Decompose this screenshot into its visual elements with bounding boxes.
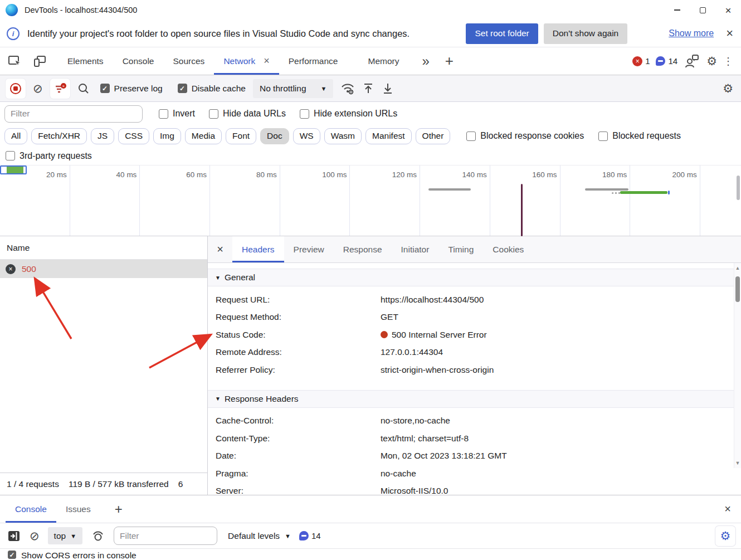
header-row: Referrer Policy: strict-origin-when-cros… [208, 361, 734, 379]
type-filter-font[interactable]: Font [226, 128, 256, 144]
timeline-tick: 200 ms [630, 165, 700, 236]
tab-network-close-icon[interactable]: × [264, 55, 270, 67]
header-row: Remote Address: 127.0.0.1:44304 [208, 344, 734, 362]
details-tab-response[interactable]: Response [334, 236, 392, 262]
type-filter-css[interactable]: CSS [118, 128, 149, 144]
set-root-folder-button[interactable]: Set root folder [466, 23, 538, 44]
network-filter-input[interactable] [4, 105, 143, 123]
tab-network[interactable]: Network × [214, 47, 279, 75]
type-filter-fetch-xhr[interactable]: Fetch/XHR [31, 128, 87, 144]
tab-elements[interactable]: Elements [58, 47, 113, 75]
feedback-icon[interactable] [684, 53, 700, 70]
log-levels-dropdown[interactable]: Default levels ▼ [228, 531, 291, 541]
export-har-icon[interactable] [382, 82, 394, 95]
waterfall-selected-request-bar [0, 165, 27, 174]
timeline-scrollbar-thumb[interactable] [737, 176, 740, 200]
settings-gear-icon[interactable]: ⚙ [706, 55, 717, 67]
live-expression-eye-icon[interactable] [91, 529, 105, 543]
console-filter-input[interactable] [114, 527, 217, 545]
search-network-icon[interactable] [77, 82, 90, 95]
network-overview-timeline[interactable]: 20 ms 40 ms 60 ms 80 ms 100 ms 120 ms 14… [0, 165, 741, 236]
clear-console-icon[interactable]: ⊘ [30, 530, 40, 542]
dont-show-again-button[interactable]: Don't show again [544, 23, 627, 44]
hide-data-urls-checkbox[interactable] [209, 109, 218, 119]
type-filter-media[interactable]: Media [185, 128, 222, 144]
devtools-tab-bar: Elements Console Sources Network × Perfo… [0, 47, 741, 75]
hide-extension-urls-option: Hide extension URLs [300, 109, 397, 119]
tab-memory[interactable]: Memory [358, 47, 408, 75]
error-count-badge[interactable]: × 1 [632, 56, 650, 66]
type-filter-img[interactable]: Img [153, 128, 181, 144]
network-filter-row: Invert Hide data URLs Hide extension URL… [0, 102, 741, 125]
name-column-header[interactable]: Name [0, 236, 207, 260]
window-title: DevTools - localhost:44304/500 [25, 6, 137, 14]
details-scrollbar[interactable]: ▲ ▼ [734, 263, 741, 468]
details-close-icon[interactable]: × [208, 236, 232, 262]
timeline-tick: 20 ms [0, 165, 70, 236]
import-har-icon[interactable] [362, 82, 374, 95]
show-cors-errors-checkbox[interactable] [8, 551, 16, 559]
minimize-icon [674, 9, 680, 11]
disable-cache-option: Disable cache [178, 84, 246, 94]
network-settings-gear-icon[interactable]: ⚙ [723, 82, 733, 94]
type-filter-all[interactable]: All [4, 128, 27, 144]
network-toolbar: ⊘ × Preserve log Disable cache No thrott… [0, 75, 741, 102]
details-tab-bar: × Headers Preview Response Initiator Tim… [208, 236, 741, 263]
general-section-header[interactable]: ▼ General [208, 269, 734, 286]
blocked-response-cookies-checkbox[interactable] [466, 132, 476, 141]
network-conditions-icon[interactable] [340, 82, 355, 95]
type-filter-wasm[interactable]: Wasm [324, 128, 362, 144]
timeline-tick: 60 ms [140, 165, 210, 236]
issues-count-badge[interactable]: 14 [656, 56, 677, 66]
drawer-tab-issues[interactable]: Issues [56, 495, 100, 523]
tab-performance[interactable]: Performance [279, 47, 348, 75]
details-tab-cookies[interactable]: Cookies [483, 236, 533, 262]
preserve-log-checkbox[interactable] [100, 84, 110, 93]
device-toolbar-icon[interactable] [31, 53, 48, 70]
scrollbar-thumb[interactable] [735, 276, 740, 302]
type-filter-js[interactable]: JS [91, 128, 114, 144]
hide-extension-urls-checkbox[interactable] [300, 109, 309, 119]
filter-network-icon[interactable]: × [50, 79, 70, 99]
inspect-element-icon[interactable] [7, 53, 23, 70]
infobar-close-icon[interactable]: × [726, 26, 733, 41]
type-filter-other[interactable]: Other [416, 128, 451, 144]
invert-checkbox[interactable] [159, 109, 168, 119]
details-tab-preview[interactable]: Preview [284, 236, 334, 262]
request-error-icon: × [6, 264, 16, 274]
add-tab-icon[interactable]: + [445, 52, 454, 70]
console-sidebar-icon[interactable] [7, 529, 21, 543]
waterfall-gray-bar-2 [585, 188, 628, 191]
throttling-dropdown[interactable]: No throttling ▼ [253, 79, 333, 98]
clear-network-log-icon[interactable]: ⊘ [33, 82, 43, 94]
tab-sources[interactable]: Sources [164, 47, 214, 75]
overflow-menu-icon[interactable]: ⋮ [723, 55, 733, 67]
details-tab-timing[interactable]: Timing [438, 236, 483, 262]
response-headers-section-header[interactable]: ▼ Response Headers [208, 390, 734, 408]
tab-console[interactable]: Console [113, 47, 164, 75]
more-tabs-icon[interactable]: » [422, 53, 429, 69]
maximize-button[interactable] [690, 0, 715, 20]
scroll-up-icon[interactable]: ▲ [734, 265, 741, 271]
type-filter-ws[interactable]: WS [293, 128, 320, 144]
details-tab-headers[interactable]: Headers [232, 236, 284, 262]
record-network-log-icon[interactable] [6, 79, 26, 99]
disable-cache-checkbox[interactable] [178, 84, 187, 93]
javascript-context-dropdown[interactable]: top ▼ [48, 527, 82, 544]
type-filter-doc[interactable]: Doc [260, 128, 289, 144]
close-window-button[interactable]: × [715, 0, 741, 20]
console-settings-gear-icon[interactable]: ⚙ [715, 526, 735, 546]
drawer-tab-console[interactable]: Console [6, 495, 56, 523]
drawer-close-icon[interactable]: × [724, 503, 731, 515]
show-more-link[interactable]: Show more [669, 28, 714, 38]
request-type-filter-row: All Fetch/XHR JS CSS Img Media Font Doc … [0, 125, 741, 147]
scroll-down-icon[interactable]: ▼ [734, 460, 741, 466]
type-filter-manifest[interactable]: Manifest [365, 128, 412, 144]
request-row-500[interactable]: × 500 [0, 260, 207, 278]
third-party-checkbox[interactable] [6, 151, 15, 160]
blocked-requests-checkbox[interactable] [598, 132, 608, 141]
details-tab-initiator[interactable]: Initiator [392, 236, 439, 262]
drawer-add-tab-icon[interactable]: + [115, 501, 123, 517]
console-messages-badge[interactable]: 14 [299, 531, 321, 540]
minimize-button[interactable] [664, 0, 690, 20]
